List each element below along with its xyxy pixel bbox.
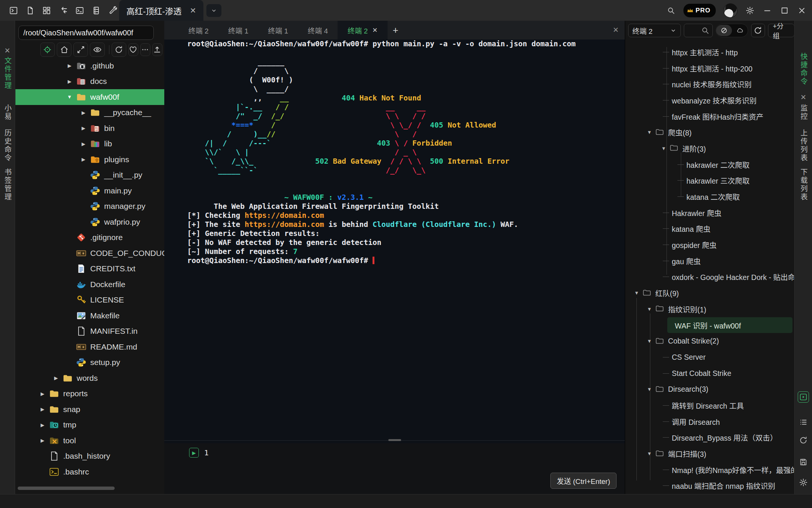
command-group-红队(9)[interactable]: ▼红队(9): [625, 285, 794, 301]
grid-icon[interactable]: [41, 5, 52, 15]
slash-circle-icon[interactable]: [716, 25, 732, 36]
terminal-tab-5[interactable]: 终端 2✕: [338, 21, 387, 40]
session-tab-close-icon[interactable]: ✕: [190, 6, 196, 15]
new-terminal-tab-button[interactable]: +: [393, 24, 398, 36]
command-group-指纹识别(1)[interactable]: ▼指纹识别(1): [625, 301, 794, 317]
terminal-tab-1[interactable]: 终端 2: [179, 21, 218, 39]
command-group-Cobalt Strike(2)[interactable]: ▼Cobalt Strike(2): [625, 333, 794, 349]
list-icon[interactable]: [798, 417, 809, 428]
avatar[interactable]: [723, 3, 738, 18]
file-row-docs[interactable]: ▶docs: [15, 74, 164, 90]
command-group-Dirsearch(3)[interactable]: ▼Dirsearch(3): [625, 381, 794, 397]
expand-arrow-icon[interactable]: ▶: [36, 422, 48, 428]
refresh-button[interactable]: [751, 24, 765, 37]
expand-arrow-icon[interactable]: ▶: [50, 375, 62, 381]
right-rail-tab-4[interactable]: 下载列表: [798, 168, 809, 201]
file-icon[interactable]: [25, 5, 35, 15]
file-row-Dockerfile[interactable]: Dockerfile: [15, 277, 164, 292]
file-row-CREDITS.txt[interactable]: CREDITS.txt: [15, 261, 164, 277]
add-group-button[interactable]: +分组: [768, 24, 794, 37]
command-group-进阶(3)[interactable]: ▼进阶(3): [625, 140, 794, 157]
file-row-wafw00f[interactable]: ▼wafw00f: [15, 89, 164, 105]
file-row-bin[interactable]: ▶0110bin: [15, 120, 164, 136]
command-item-跳转到 Dirsearch 工具[interactable]: 跳转到 Dirsearch 工具: [625, 397, 794, 414]
expand-arrow-icon[interactable]: ▶: [36, 406, 48, 412]
send-button[interactable]: 发送 (Ctrl+Enter): [550, 473, 617, 489]
command-item-naabu 端扫配合 nmap 指纹识别[interactable]: naabu 端扫配合 nmap 指纹识别: [625, 478, 794, 494]
terminal-input-area[interactable]: ▶ 1 发送 (Ctrl+Enter): [164, 443, 625, 494]
command-item-gau 爬虫[interactable]: gau 爬虫: [625, 253, 794, 269]
pro-badge[interactable]: PRO: [683, 4, 716, 17]
terminal-tab-3[interactable]: 终端 1: [258, 21, 298, 39]
file-row-__pycache__[interactable]: ▶__pycache__: [15, 105, 164, 121]
collapse-arrow-icon[interactable]: ▼: [661, 146, 670, 151]
command-item-Start Cobalt Strike[interactable]: Start Cobalt Strike: [625, 365, 794, 382]
expand-arrow-icon[interactable]: ▼: [64, 94, 76, 100]
command-item-katana 爬虫[interactable]: katana 爬虫: [625, 221, 794, 237]
file-row-setup.py[interactable]: setup.py: [15, 355, 164, 371]
filter-toggle[interactable]: [716, 24, 748, 37]
file-row-wafprio.py[interactable]: wafprio.py: [15, 214, 164, 230]
expand-arrow-icon[interactable]: ▶: [77, 141, 89, 147]
command-item-hakrawler 二次爬取[interactable]: hakrawler 二次爬取: [625, 157, 794, 173]
tab-close-icon[interactable]: ✕: [372, 26, 377, 34]
file-row-LICENSE[interactable]: LICENSE: [15, 292, 164, 308]
left-rail-tab-2[interactable]: 小易: [2, 104, 12, 121]
expand-arrow-icon[interactable]: ▶: [64, 79, 76, 84]
file-row-lib[interactable]: ▶lib: [15, 136, 164, 152]
server-icon[interactable]: [91, 5, 101, 15]
file-row-reports[interactable]: ▶reports: [15, 386, 164, 402]
collapse-arrow-icon[interactable]: ▼: [647, 306, 655, 312]
command-item-httpx 主机测活 - http[interactable]: httpx 主机测活 - http: [625, 44, 794, 60]
command-item-httpx 主机测活 - http-200[interactable]: httpx 主机测活 - http-200: [625, 60, 794, 76]
command-item-Hakrawler 爬虫[interactable]: Hakrawler 爬虫: [625, 205, 794, 221]
expand-arrow-icon[interactable]: ▶: [64, 63, 76, 68]
collapse-arrow-icon[interactable]: ▼: [634, 290, 642, 296]
file-row-MANIFEST.in[interactable]: MANIFEST.in: [15, 324, 164, 339]
expand-arrow-icon[interactable]: ▶: [77, 110, 89, 116]
file-row-README.md[interactable]: README.md: [15, 339, 164, 355]
terminal-target-dropdown[interactable]: 终端 2: [628, 24, 681, 37]
terminal-run-icon[interactable]: [798, 391, 809, 403]
path-input[interactable]: [18, 26, 154, 40]
home-icon[interactable]: [57, 43, 71, 57]
expand-arrow-icon[interactable]: ▶: [36, 438, 48, 443]
file-row-plugins[interactable]: ▶plugins: [15, 152, 164, 167]
session-tab[interactable]: 高红-顶红-渗透 ✕: [119, 0, 203, 21]
command-item-Dirsearch_Bypass 用法（双击）[interactable]: Dirsearch_Bypass 用法（双击）: [625, 430, 794, 446]
collapse-arrow-icon[interactable]: ▼: [647, 451, 655, 456]
left-rail-tab-3[interactable]: 历史命令: [2, 129, 12, 162]
terminal-panel-close-icon[interactable]: ✕: [613, 26, 619, 34]
expand-arrow-icon[interactable]: ▶: [77, 125, 89, 131]
command-item-oxdork - Google Hacker Dork - 贴出命[interactable]: oxdork - Google Hacker Dork - 贴出命: [625, 269, 794, 285]
command-item-Nmap! (我的Nmap好像不一样，最强的![interactable]: Nmap! (我的Nmap好像不一样，最强的!: [625, 462, 794, 478]
maximize-icon[interactable]: [780, 6, 789, 15]
file-panel-close-icon[interactable]: ✕: [5, 46, 11, 55]
left-rail-tab-1[interactable]: 文件管理: [2, 57, 12, 90]
command-item-调用 Dirsearch[interactable]: 调用 Dirsearch: [625, 414, 794, 430]
file-row-main.py[interactable]: main.py: [15, 183, 164, 199]
quick-command-close-icon[interactable]: ✕: [800, 93, 806, 102]
file-row-tmp[interactable]: ▶tmp: [15, 417, 164, 433]
command-item-hakrawler 三次爬取[interactable]: hakrawler 三次爬取: [625, 173, 794, 189]
file-row-Makefile[interactable]: Makefile: [15, 308, 164, 324]
expand-arrow-icon[interactable]: ▶: [77, 157, 89, 162]
collapse-arrow-icon[interactable]: ▼: [647, 129, 655, 135]
refresh-icon[interactable]: [112, 43, 126, 57]
left-rail-tab-4[interactable]: 书签管理: [2, 168, 12, 201]
terminal-window-icon[interactable]: [74, 5, 85, 15]
right-rail-tab-1[interactable]: 快捷命令: [798, 53, 809, 86]
heart-icon[interactable]: [128, 43, 138, 56]
expand-icon[interactable]: [73, 43, 88, 57]
save-icon[interactable]: [798, 456, 809, 468]
file-row-.bashrc[interactable]: .bashrc: [15, 464, 164, 480]
command-item-CS Server[interactable]: CS Server: [625, 349, 794, 365]
search-icon[interactable]: [666, 6, 676, 15]
eye-icon[interactable]: [90, 43, 105, 57]
collapse-arrow-icon[interactable]: ▼: [647, 386, 655, 392]
tab-list-dropdown[interactable]: [206, 4, 221, 17]
minimize-icon[interactable]: [762, 6, 772, 15]
locate-icon[interactable]: [40, 43, 55, 57]
file-row-tool[interactable]: ▶tool: [15, 433, 164, 449]
command-item-gospider 爬虫[interactable]: gospider 爬虫: [625, 237, 794, 253]
